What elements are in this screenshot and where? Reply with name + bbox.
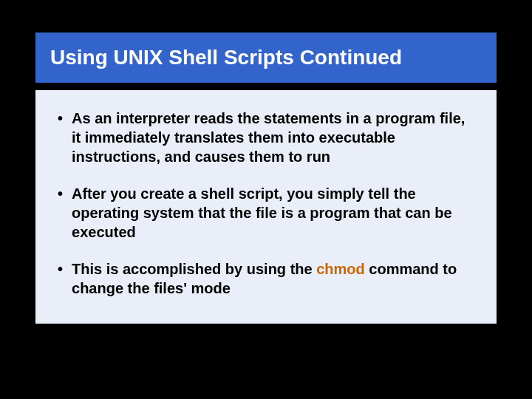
bullet-item: • After you create a shell script, you s… <box>58 184 474 242</box>
body-panel: • As an interpreter reads the statements… <box>35 90 497 324</box>
bullet-icon: • <box>58 259 63 279</box>
bullet-text: After you create a shell script, you sim… <box>72 184 474 242</box>
bullet-text-before: This is accomplished by using the <box>72 261 316 277</box>
bullet-icon: • <box>58 184 63 203</box>
bullet-icon: • <box>58 109 63 128</box>
bullet-item: • As an interpreter reads the statements… <box>58 109 474 166</box>
slide: Using UNIX Shell Scripts Continued • As … <box>0 33 532 399</box>
bullet-text: As an interpreter reads the statements i… <box>72 109 474 166</box>
title-bar: Using UNIX Shell Scripts Continued <box>35 33 497 83</box>
chmod-keyword: chmod <box>316 261 365 277</box>
slide-title: Using UNIX Shell Scripts Continued <box>50 46 402 69</box>
bullet-item: • This is accomplished by using the chmo… <box>58 259 474 298</box>
bullet-text: This is accomplished by using the chmod … <box>72 259 474 298</box>
